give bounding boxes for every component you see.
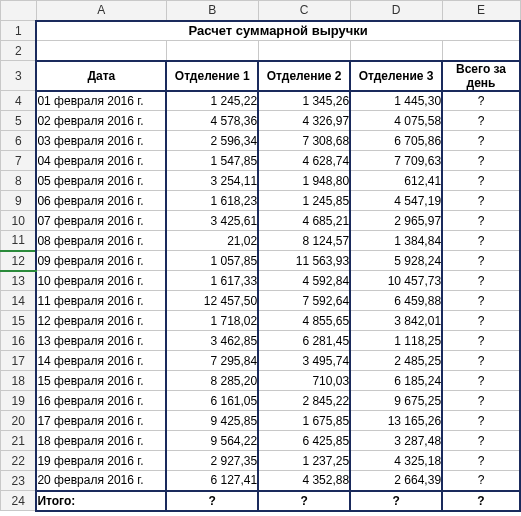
row-header[interactable]: 4 <box>1 91 37 111</box>
date-cell[interactable]: 16 февраля 2016 г. <box>36 391 166 411</box>
dep3-cell[interactable]: 9 675,25 <box>350 391 442 411</box>
dep1-cell[interactable]: 12 457,50 <box>166 291 258 311</box>
dep3-cell[interactable]: 2 664,39 <box>350 471 442 491</box>
dep1-cell[interactable]: 3 425,61 <box>166 211 258 231</box>
dep2-cell[interactable]: 8 124,57 <box>258 231 350 251</box>
row-header[interactable]: 21 <box>1 431 37 451</box>
dep2-cell[interactable]: 2 845,22 <box>258 391 350 411</box>
dep1-cell[interactable]: 7 295,84 <box>166 351 258 371</box>
blank-cell[interactable] <box>36 41 166 61</box>
dep3-cell[interactable]: 3 842,01 <box>350 311 442 331</box>
dep1-cell[interactable]: 9 564,22 <box>166 431 258 451</box>
footer-d2[interactable]: ? <box>258 491 350 511</box>
dep2-cell[interactable]: 4 628,74 <box>258 151 350 171</box>
dep3-cell[interactable]: 2 485,25 <box>350 351 442 371</box>
footer-d3[interactable]: ? <box>350 491 442 511</box>
total-cell[interactable]: ? <box>442 411 520 431</box>
total-cell[interactable]: ? <box>442 191 520 211</box>
hdr-dep1[interactable]: Отделение 1 <box>166 61 258 91</box>
total-cell[interactable]: ? <box>442 431 520 451</box>
dep1-cell[interactable]: 3 254,11 <box>166 171 258 191</box>
row-header[interactable]: 15 <box>1 311 37 331</box>
row-header[interactable]: 3 <box>1 61 37 91</box>
dep3-cell[interactable]: 6 459,88 <box>350 291 442 311</box>
dep2-cell[interactable]: 1 245,85 <box>258 191 350 211</box>
date-cell[interactable]: 07 февраля 2016 г. <box>36 211 166 231</box>
total-cell[interactable]: ? <box>442 251 520 271</box>
total-cell[interactable]: ? <box>442 311 520 331</box>
hdr-total[interactable]: Всего за день <box>442 61 520 91</box>
dep3-cell[interactable]: 2 965,97 <box>350 211 442 231</box>
hdr-dep2[interactable]: Отделение 2 <box>258 61 350 91</box>
dep2-cell[interactable]: 4 855,65 <box>258 311 350 331</box>
dep2-cell[interactable]: 6 425,85 <box>258 431 350 451</box>
blank-cell[interactable] <box>166 41 258 61</box>
date-cell[interactable]: 15 февраля 2016 г. <box>36 371 166 391</box>
row-header[interactable]: 17 <box>1 351 37 371</box>
dep3-cell[interactable]: 1 445,30 <box>350 91 442 111</box>
dep3-cell[interactable]: 4 547,19 <box>350 191 442 211</box>
col-header-a[interactable]: A <box>36 1 166 21</box>
dep1-cell[interactable]: 2 596,34 <box>166 131 258 151</box>
row-header[interactable]: 13 <box>1 271 37 291</box>
row-header[interactable]: 8 <box>1 171 37 191</box>
dep1-cell[interactable]: 1 618,23 <box>166 191 258 211</box>
date-cell[interactable]: 12 февраля 2016 г. <box>36 311 166 331</box>
row-header[interactable]: 23 <box>1 471 37 491</box>
total-cell[interactable]: ? <box>442 131 520 151</box>
total-cell[interactable]: ? <box>442 271 520 291</box>
hdr-date[interactable]: Дата <box>36 61 166 91</box>
date-cell[interactable]: 04 февраля 2016 г. <box>36 151 166 171</box>
dep2-cell[interactable]: 1 345,26 <box>258 91 350 111</box>
dep3-cell[interactable]: 10 457,73 <box>350 271 442 291</box>
total-cell[interactable]: ? <box>442 91 520 111</box>
row-header[interactable]: 11 <box>1 231 37 251</box>
dep2-cell[interactable]: 710,03 <box>258 371 350 391</box>
blank-cell[interactable] <box>258 41 350 61</box>
dep1-cell[interactable]: 3 462,85 <box>166 331 258 351</box>
col-header-b[interactable]: B <box>166 1 258 21</box>
dep2-cell[interactable]: 4 352,88 <box>258 471 350 491</box>
title-cell[interactable]: Расчет суммарной выручки <box>36 21 520 41</box>
total-cell[interactable]: ? <box>442 111 520 131</box>
col-header-e[interactable]: E <box>442 1 520 21</box>
dep1-cell[interactable]: 8 285,20 <box>166 371 258 391</box>
total-cell[interactable]: ? <box>442 351 520 371</box>
dep1-cell[interactable]: 1 617,33 <box>166 271 258 291</box>
dep3-cell[interactable]: 6 705,86 <box>350 131 442 151</box>
hdr-dep3[interactable]: Отделение 3 <box>350 61 442 91</box>
dep3-cell[interactable]: 4 325,18 <box>350 451 442 471</box>
row-header[interactable]: 2 <box>1 41 37 61</box>
total-cell[interactable]: ? <box>442 371 520 391</box>
row-header[interactable]: 20 <box>1 411 37 431</box>
total-cell[interactable]: ? <box>442 211 520 231</box>
dep2-cell[interactable]: 7 308,68 <box>258 131 350 151</box>
date-cell[interactable]: 08 февраля 2016 г. <box>36 231 166 251</box>
dep3-cell[interactable]: 6 185,24 <box>350 371 442 391</box>
date-cell[interactable]: 10 февраля 2016 г. <box>36 271 166 291</box>
date-cell[interactable]: 11 февраля 2016 г. <box>36 291 166 311</box>
row-header[interactable]: 19 <box>1 391 37 411</box>
total-cell[interactable]: ? <box>442 391 520 411</box>
dep2-cell[interactable]: 4 592,84 <box>258 271 350 291</box>
footer-total[interactable]: ? <box>442 491 520 511</box>
row-header[interactable]: 10 <box>1 211 37 231</box>
row-header[interactable]: 5 <box>1 111 37 131</box>
row-header[interactable]: 14 <box>1 291 37 311</box>
dep3-cell[interactable]: 5 928,24 <box>350 251 442 271</box>
dep3-cell[interactable]: 7 709,63 <box>350 151 442 171</box>
col-header-c[interactable]: C <box>258 1 350 21</box>
date-cell[interactable]: 03 февраля 2016 г. <box>36 131 166 151</box>
dep3-cell[interactable]: 1 384,84 <box>350 231 442 251</box>
footer-label[interactable]: Итого: <box>36 491 166 511</box>
total-cell[interactable]: ? <box>442 231 520 251</box>
dep1-cell[interactable]: 1 245,22 <box>166 91 258 111</box>
row-header[interactable]: 9 <box>1 191 37 211</box>
dep2-cell[interactable]: 3 495,74 <box>258 351 350 371</box>
dep2-cell[interactable]: 6 281,45 <box>258 331 350 351</box>
date-cell[interactable]: 14 февраля 2016 г. <box>36 351 166 371</box>
date-cell[interactable]: 09 февраля 2016 г. <box>36 251 166 271</box>
footer-d1[interactable]: ? <box>166 491 258 511</box>
date-cell[interactable]: 01 февраля 2016 г. <box>36 91 166 111</box>
dep1-cell[interactable]: 1 057,85 <box>166 251 258 271</box>
